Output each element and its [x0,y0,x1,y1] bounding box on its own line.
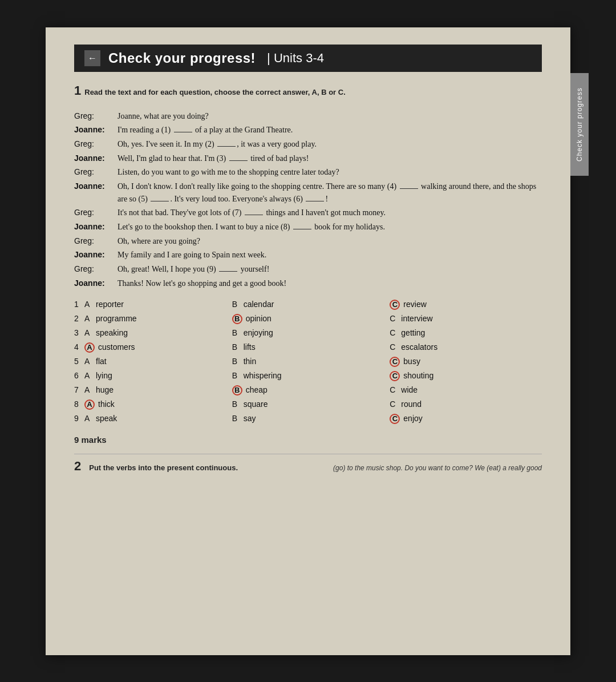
speech-joanne-3: Oh, I don't know. I don't really like go… [117,180,542,205]
answer-8c: C round [390,397,542,411]
dialogue-line-1: Greg: Joanne, what are you doing? [74,110,542,123]
speaker-joanne-2: Joanne: [74,152,114,165]
answer-9c: C enjoy [390,411,542,426]
answer-6a: 6 A lying [74,369,226,383]
answer-7a: 7 A huge [74,383,226,397]
section2: 2 Put the verbs into the present continu… [74,454,542,474]
side-tab: Check your progress [570,73,589,176]
speaker-greg-3: Greg: [74,166,114,179]
speech-greg-2: Oh, yes. I've seen it. In my (2) , it wa… [117,138,542,151]
speech-greg-3: Listen, do you want to go with me to the… [117,166,542,179]
speaker-greg-6: Greg: [74,263,114,276]
dialogue-line-3: Greg: Oh, yes. I've seen it. In my (2) ,… [74,138,542,151]
circled-4a: A [84,342,95,353]
dialogue-line-6: Joanne: Oh, I don't know. I don't really… [74,180,542,205]
speaker-joanne-5: Joanne: [74,249,114,261]
answer-7c: C wide [390,383,542,397]
speaker-greg-2: Greg: [74,138,114,151]
section1-header: 1 Read the text and for each question, c… [74,83,542,103]
answer-6b: B whispering [232,369,384,383]
answer-8a: 8 A thick [74,397,226,411]
speaker-joanne-3: Joanne: [74,180,114,205]
dialogue-line-7: Greg: It's not that bad. They've got lot… [74,207,542,219]
circled-1c: C [390,300,400,310]
answer-5c: C busy [390,354,542,369]
dialogue-section: Greg: Joanne, what are you doing? Joanne… [74,110,542,290]
circled-5c: C [390,357,400,367]
speaker-greg-4: Greg: [74,207,114,219]
answers-col2: B calendar B opinion B enjoying B lifts … [232,297,384,426]
speech-joanne-1: I'm reading a (1) of a play at the Grand… [117,124,542,136]
dialogue-line-11: Greg: Oh, great! Well, I hope you (9) yo… [74,263,542,276]
speech-joanne-4: Let's go to the bookshop then. I want to… [117,221,542,233]
speech-greg-4: It's not that bad. They've got lots of (… [117,207,542,219]
speech-greg-1: Joanne, what are you doing? [117,110,542,123]
section2-number: 2 [74,459,81,474]
marks-label: 9 marks [74,435,107,445]
dialogue-line-8: Joanne: Let's go to the bookshop then. I… [74,221,542,233]
dialogue-line-5: Greg: Listen, do you want to go with me … [74,166,542,179]
section2-right-text: (go) to the music shop. Do you want to c… [333,464,542,472]
section1-instruction: Read the text and for each question, cho… [84,88,346,96]
answer-4a: 4 A customers [74,340,226,354]
answer-3c: C getting [390,326,542,340]
answer-5a: 5 A flat [74,354,226,369]
speaker-joanne-1: Joanne: [74,124,114,136]
dialogue-line-2: Joanne: I'm reading a (1) of a play at t… [74,124,542,136]
answer-2a: 2 A programme [74,312,226,326]
answer-9b: B say [232,411,384,426]
answer-4b: B lifts [232,340,384,354]
header-title-bold: Check your progress! [108,50,256,66]
dialogue-line-9: Greg: Oh, where are you going? [74,235,542,248]
circled-8a: A [84,399,95,410]
answer-4c: C escalators [390,340,542,354]
answer-2b: B opinion [232,312,384,326]
marks-section: 9 marks [74,435,542,445]
speech-joanne-2: Well, I'm glad to hear that. I'm (3) tir… [117,152,542,165]
answer-2c: C interview [390,312,542,326]
answer-1a: 1 A reporter [74,297,226,312]
answer-8b: B square [232,397,384,411]
dialogue-line-12: Joanne: Thanks! Now let's go shopping an… [74,277,542,290]
speech-greg-6: Oh, great! Well, I hope you (9) yourself… [117,263,542,276]
answers-section: 1 A reporter 2 A programme 3 A speaking … [74,297,542,426]
header-banner: ← Check your progress! | Units 3-4 [74,45,542,72]
answers-col1: 1 A reporter 2 A programme 3 A speaking … [74,297,226,426]
answer-1c: C review [390,297,542,312]
speech-joanne-6: Thanks! Now let's go shopping and get a … [117,277,542,290]
dialogue-line-10: Joanne: My family and I are going to Spa… [74,249,542,261]
circled-9c: C [390,414,400,424]
header-title-light: | Units 3-4 [267,51,324,66]
dialogue-line-4: Joanne: Well, I'm glad to hear that. I'm… [74,152,542,165]
answer-3a: 3 A speaking [74,326,226,340]
circled-2b: B [232,314,242,324]
answers-col3: C review C interview C getting C escalat… [390,297,542,426]
speaker-joanne-6: Joanne: [74,277,114,290]
section1-number: 1 [74,83,81,98]
answer-7b: B cheap [232,383,384,397]
answer-1b: B calendar [232,297,384,312]
speech-joanne-5: My family and I are going to Spain next … [117,249,542,261]
page-container: Check your progress ← Check your progres… [46,27,570,655]
circled-7b: B [232,385,242,396]
speaker-joanne-4: Joanne: [74,221,114,233]
answer-6c: C shouting [390,369,542,383]
answer-5b: B thin [232,354,384,369]
circled-6c: C [390,371,400,381]
speech-greg-5: Oh, where are you going? [117,235,542,248]
answer-9a: 9 A speak [74,411,226,426]
back-arrow-icon[interactable]: ← [84,50,100,66]
section2-instruction: Put the verbs into the present continuou… [89,463,238,472]
speaker-greg-1: Greg: [74,110,114,123]
answer-3b: B enjoying [232,326,384,340]
speaker-greg-5: Greg: [74,235,114,248]
